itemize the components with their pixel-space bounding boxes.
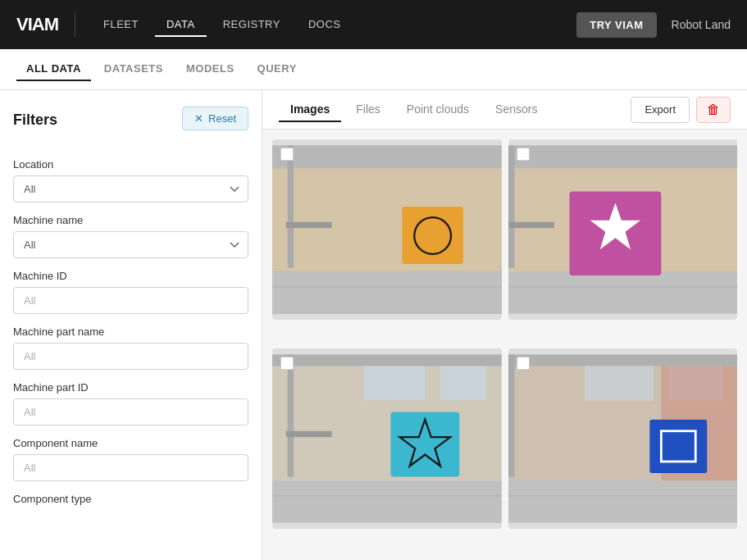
x-icon: ✕ [194,112,203,125]
svg-rect-14 [508,271,738,313]
machine-id-input[interactable] [13,287,248,314]
image-checkbox-3[interactable] [280,357,294,370]
filters-header: Filters ✕ Reset [13,107,248,145]
svg-rect-6 [402,207,463,264]
svg-rect-12 [508,146,514,268]
image-svg-2 [508,139,738,320]
reset-label: Reset [208,112,236,125]
svg-rect-8 [272,271,502,313]
nav-registry[interactable]: REGISTRY [212,13,292,37]
image-svg-4 [508,348,738,529]
image-card-3[interactable] [272,348,502,529]
sub-nav: ALL DATA DATASETS MODELS QUERY [0,49,747,90]
image-card-4[interactable] [508,348,738,529]
filter-component-name-label: Component name [13,437,248,449]
svg-rect-5 [286,222,332,228]
svg-rect-32 [508,354,514,476]
image-checkbox-1[interactable] [280,148,294,161]
svg-rect-23 [286,430,332,436]
nav-data[interactable]: DATA [155,13,207,37]
filter-machine-id: Machine ID [13,270,248,314]
filter-component-name: Component name [13,437,248,481]
reset-button[interactable]: ✕ Reset [182,107,248,130]
nav-docs[interactable]: DOCS [297,13,353,37]
image-svg-1 [272,139,502,320]
tab-actions: Export 🗑 [631,97,731,123]
location-select[interactable]: All [13,175,248,203]
image-card-1[interactable] [272,139,502,320]
top-nav: VIAM FLEET DATA REGISTRY DOCS TRY VIAM R… [0,0,747,49]
sub-nav-datasets[interactable]: DATASETS [94,57,173,81]
image-grid [262,130,747,560]
content-area: Images Files Point clouds Sensors Export… [262,90,747,560]
svg-rect-22 [288,354,294,476]
svg-rect-19 [364,362,426,400]
main-layout: Filters ✕ Reset Location All Machine nam… [0,90,747,560]
sub-nav-all-data[interactable]: ALL DATA [16,57,91,81]
svg-rect-13 [508,222,554,228]
nav-links: FLEET DATA REGISTRY DOCS [92,13,576,37]
filter-component-type: Component type [13,493,248,505]
svg-rect-3 [272,146,502,169]
machine-name-select[interactable]: All [13,231,248,258]
logo: VIAM [16,14,58,35]
sub-nav-query[interactable]: QUERY [248,57,307,81]
image-checkbox-2[interactable] [517,148,530,161]
filter-machine-part-id-label: Machine part ID [13,381,248,394]
delete-button[interactable]: 🗑 [696,97,731,123]
export-button[interactable]: Export [631,97,690,123]
tab-point-clouds[interactable]: Point clouds [395,98,481,122]
sub-nav-models[interactable]: MODELS [176,57,244,81]
nav-fleet[interactable]: FLEET [92,13,150,37]
content-tabs: Images Files Point clouds Sensors Export… [262,90,747,130]
tab-files[interactable]: Files [344,98,392,122]
sidebar: Filters ✕ Reset Location All Machine nam… [0,90,262,560]
try-viam-button[interactable]: TRY VIAM [576,12,656,38]
filter-machine-part-name-label: Machine part name [13,326,248,338]
filter-machine-id-label: Machine ID [13,270,248,282]
image-checkbox-4[interactable] [517,357,530,370]
image-card-2[interactable] [508,139,738,320]
filter-location-label: Location [13,158,248,171]
image-svg-3 [272,348,502,529]
nav-divider [75,12,75,37]
component-name-input[interactable] [13,454,248,481]
svg-rect-24 [272,480,502,522]
tab-sensors[interactable]: Sensors [484,98,549,122]
filters-title: Filters [13,112,57,129]
svg-rect-31 [508,354,738,366]
filter-machine-name-label: Machine name [13,214,248,226]
tab-images[interactable]: Images [279,98,341,122]
machine-part-name-input[interactable] [13,343,248,370]
svg-rect-21 [272,354,502,366]
user-name: Robot Land [672,18,731,31]
filter-machine-name: Machine name All [13,214,248,258]
machine-part-id-input[interactable] [13,398,248,426]
svg-rect-20 [440,362,486,400]
svg-rect-4 [288,146,294,268]
svg-rect-33 [508,480,738,522]
filter-machine-part-name: Machine part name [13,326,248,370]
filter-machine-part-id: Machine part ID [13,381,248,426]
svg-rect-35 [649,419,707,472]
svg-rect-11 [508,146,738,169]
filter-location: Location All [13,158,248,203]
filter-component-type-label: Component type [13,493,248,505]
